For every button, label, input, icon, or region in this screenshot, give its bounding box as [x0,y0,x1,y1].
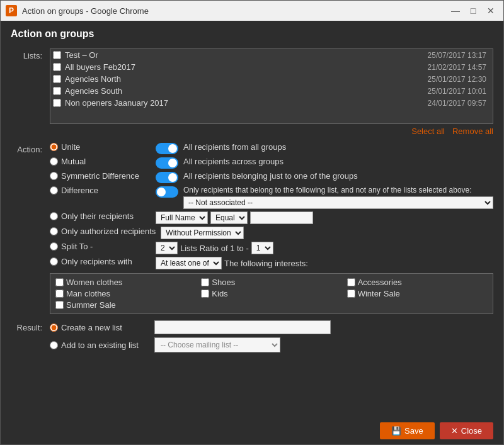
interest-man-clothes[interactable]: Man clothes [55,289,196,298]
interest-women-clothes[interactable]: Women clothes [55,278,196,287]
list-checkbox-1[interactable] [53,63,61,71]
only-recipients-radio-label[interactable]: Only their recipients [50,211,151,221]
unite-toggle[interactable] [156,143,178,154]
symdiff-toggle[interactable] [156,172,178,183]
mutual-radio-label[interactable]: Mutual [50,157,151,166]
diff-radio-label[interactable]: Difference [50,186,151,195]
symdiff-desc: All recipients belonging just to one of … [183,171,493,181]
list-item[interactable]: Agencies South 25/01/2017 10:01 [50,85,493,97]
create-new-row: Create a new list [50,320,493,334]
interest-label-6: Summer Sale [66,300,116,310]
maximize-button[interactable]: □ [466,3,481,18]
main-window: P Action on groups - Google Chrome — □ ✕… [0,0,504,445]
recipient-value-input[interactable] [250,211,313,224]
interest-checkbox-3[interactable] [55,290,64,298]
diff-list-select[interactable]: -- Not associated -- [183,196,493,209]
diff-extra: Only recipients that belong to the follo… [183,186,493,209]
list-item[interactable]: All buyers Feb2017 21/02/2017 14:57 [50,61,493,73]
interest-label-4: Kids [212,289,227,298]
list-checkbox-4[interactable] [53,99,61,107]
unite-radio[interactable] [50,143,58,151]
only-recipients-radio[interactable] [50,212,58,220]
create-new-radio-label[interactable]: Create a new list [50,323,151,332]
existing-list-select[interactable]: -- Choose mailing list -- [154,337,280,352]
interest-shoes[interactable]: Shoes [201,278,341,287]
symdiff-radio[interactable] [50,172,58,180]
save-button[interactable]: 💾 Save [380,422,435,439]
list-date-2: 25/01/2017 12:30 [408,75,490,84]
interest-label-1: Shoes [212,278,235,287]
main-content: Action on groups Lists: Test – Or 25/07/… [1,21,503,417]
list-checkbox-2[interactable] [53,75,61,83]
interests-box: Women clothes Shoes Accessories Man [50,273,493,314]
list-item[interactable]: Agencies North 25/01/2017 12:30 [50,73,493,85]
split-radio-label[interactable]: Split To - [50,242,151,251]
page-title: Action on groups [11,28,493,40]
interest-accessories[interactable]: Accessories [347,278,488,287]
auth-recipients-radio-label[interactable]: Only authorized recipients [50,227,156,236]
diff-toggle-dot [157,188,166,196]
symdiff-radio-label[interactable]: Symmetric Difference [50,171,151,181]
interest-winter-sale[interactable]: Winter Sale [347,289,488,298]
auth-recipients-radio[interactable] [50,227,58,235]
lists-box[interactable]: Test – Or 25/07/2017 13:17 All buyers Fe… [50,48,493,124]
diff-toggle[interactable] [156,186,178,198]
action-content: Unite All recipients from all groups Mut… [50,142,493,314]
list-item[interactable]: Test – Or 25/07/2017 13:17 [50,49,493,61]
action-diff-row: Difference Only recipients that belong t… [50,186,493,209]
result-content: Create a new list Add to an existing lis… [50,320,493,352]
interest-kids[interactable]: Kids [201,289,341,298]
action-mutual-row: Mutual All recipients across groups [50,157,493,169]
interest-checkbox-6[interactable] [55,301,64,309]
add-existing-label: Add to an existing list [61,341,139,350]
window-controls: — □ ✕ [448,3,498,18]
action-unite-row: Unite All recipients from all groups [50,142,493,154]
only-recipients-controls: Full Name Equal [156,211,313,224]
action-interests-row: Only recipients with At least one of The… [50,257,493,269]
mutual-toggle[interactable] [156,157,178,169]
add-existing-radio[interactable] [50,341,58,349]
interest-summer-sale[interactable]: Summer Sale [55,300,196,310]
close-window-button[interactable]: ✕ [483,3,498,18]
create-new-radio[interactable] [50,324,58,332]
remove-all-button[interactable]: Remove all [452,127,493,136]
operator-select[interactable]: Equal [210,211,248,224]
interest-checkbox-5[interactable] [347,290,355,298]
interests-radio[interactable] [50,257,58,266]
new-list-name-input[interactable] [154,320,331,334]
list-date-0: 25/07/2017 13:17 [408,51,490,60]
mutual-toggle-dot [168,159,177,167]
interest-checkbox-1[interactable] [201,278,209,286]
list-item[interactable]: Non openers Jaanuary 2017 24/01/2017 09:… [50,97,493,109]
interests-radio-label[interactable]: Only recipients with [50,257,151,266]
split-radio[interactable] [50,242,58,251]
add-existing-radio-label[interactable]: Add to an existing list [50,341,151,350]
list-date-1: 21/02/2017 14:57 [408,63,490,72]
diff-radio[interactable] [50,186,58,194]
unite-desc: All recipients from all groups [183,142,493,152]
unite-label: Unite [61,142,80,152]
list-checkbox-0[interactable] [53,51,61,59]
split-label: Split To - [61,242,93,251]
select-all-button[interactable]: Select all [411,127,445,136]
ratio-val-select[interactable]: 1 [251,242,273,254]
interest-label-2: Accessories [358,278,402,287]
close-button[interactable]: ✕ Close [440,422,493,439]
list-date-3: 25/01/2017 10:01 [408,87,490,96]
interest-checkbox-4[interactable] [201,290,209,298]
split-val-select[interactable]: 2 [156,242,178,254]
save-label: Save [404,426,423,436]
unite-radio-label[interactable]: Unite [50,142,151,152]
close-icon: ✕ [451,426,458,436]
at-least-select[interactable]: At least one of [156,257,222,269]
diff-label: Difference [61,186,98,195]
app-icon: P [6,5,17,16]
permission-select[interactable]: Without Permission [161,227,244,239]
minimize-button[interactable]: — [448,3,463,18]
action-only-recipients-row: Only their recipients Full Name Equal [50,211,493,224]
mutual-radio[interactable] [50,157,58,166]
interest-checkbox-2[interactable] [347,278,355,286]
list-checkbox-3[interactable] [53,87,61,95]
field-select[interactable]: Full Name [156,211,208,224]
interest-checkbox-0[interactable] [55,278,64,286]
